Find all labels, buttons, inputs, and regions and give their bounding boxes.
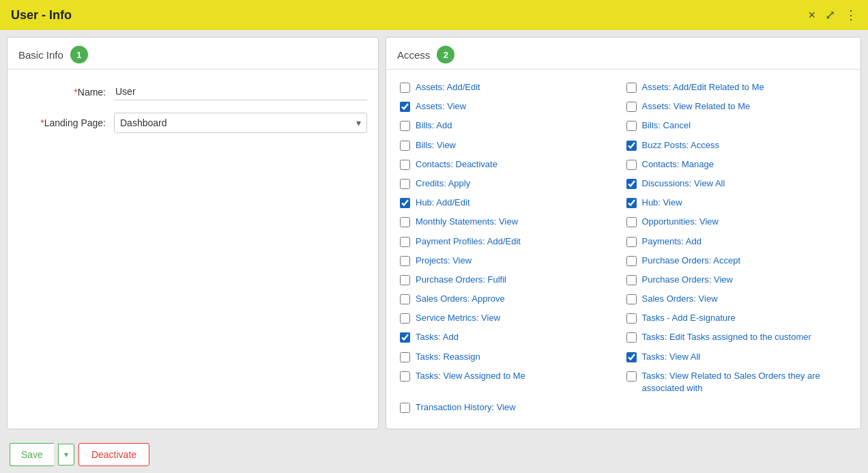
access-checkbox[interactable] bbox=[400, 83, 410, 93]
access-item-label: Hub: View bbox=[642, 197, 682, 209]
access-checkbox[interactable] bbox=[626, 313, 637, 324]
basic-info-badge: 1 bbox=[70, 46, 88, 63]
access-item: Tasks: Add bbox=[397, 328, 624, 347]
access-checkbox[interactable] bbox=[400, 102, 410, 112]
access-item: Sales Orders: Approve bbox=[397, 289, 624, 309]
access-checkbox[interactable] bbox=[626, 237, 637, 247]
access-checkbox[interactable] bbox=[400, 160, 410, 170]
access-item: Tasks: Reassign bbox=[397, 347, 624, 367]
access-checkbox[interactable] bbox=[626, 83, 637, 93]
access-checkbox[interactable] bbox=[626, 179, 637, 189]
access-item: Transaction History: View bbox=[397, 398, 624, 417]
access-item: Contacts: Deactivate bbox=[397, 155, 624, 174]
basic-info-form: *Name: User *Landing Page: Dashboard ▾ bbox=[8, 70, 378, 429]
access-checkbox[interactable] bbox=[626, 256, 637, 266]
access-item-label: Tasks: View Assigned to Me bbox=[416, 370, 525, 382]
access-item: Tasks: View All bbox=[624, 347, 850, 367]
access-checkbox[interactable] bbox=[400, 332, 410, 343]
access-checkbox[interactable] bbox=[400, 121, 410, 131]
access-item: Projects: View bbox=[397, 251, 624, 270]
access-item: Bills: Cancel bbox=[624, 116, 850, 135]
access-item-label: Purchase Orders: Fulfil bbox=[416, 274, 506, 286]
access-checkbox[interactable] bbox=[626, 141, 637, 151]
name-value[interactable]: User bbox=[114, 83, 367, 100]
access-item-label: Bills: Add bbox=[416, 119, 452, 132]
save-dropdown-button[interactable]: ▾ bbox=[58, 444, 74, 465]
access-item: Purchase Orders: Fulfil bbox=[397, 270, 624, 289]
access-item-label: Bills: Cancel bbox=[642, 119, 691, 132]
landing-page-select[interactable]: Dashboard bbox=[115, 113, 366, 132]
main-content: Basic Info 1 *Name: User *Landing Page: … bbox=[0, 30, 868, 436]
access-item: Tasks: View Assigned to Me bbox=[397, 367, 624, 398]
access-item: Assets: Add/Edit Related to Me bbox=[624, 78, 850, 97]
access-item: Bills: Add bbox=[397, 116, 624, 135]
access-checkbox[interactable] bbox=[400, 403, 410, 413]
access-item-label: Tasks: View Related to Sales Orders they… bbox=[642, 370, 848, 395]
access-checkbox[interactable] bbox=[626, 198, 637, 208]
access-item-label: Tasks - Add E-signature bbox=[642, 312, 736, 324]
right-panel: Access 2 Assets: Add/EditAssets: Add/Edi… bbox=[386, 37, 861, 429]
access-item-label: Buzz Posts: Access bbox=[642, 139, 719, 152]
access-checkbox[interactable] bbox=[626, 102, 637, 112]
access-item-label: Assets: View Related to Me bbox=[642, 100, 751, 113]
access-item-label: Payments: Add bbox=[642, 235, 701, 248]
access-checkbox[interactable] bbox=[400, 198, 410, 208]
landing-page-label: *Landing Page: bbox=[18, 117, 114, 128]
access-checkbox[interactable] bbox=[400, 217, 410, 227]
access-checkbox[interactable] bbox=[626, 121, 637, 131]
access-checkbox[interactable] bbox=[626, 275, 637, 285]
access-item: Payment Profiles: Add/Edit bbox=[397, 232, 624, 251]
access-item-label: Hub: Add/Edit bbox=[416, 197, 470, 209]
basic-info-header: Basic Info 1 bbox=[8, 38, 378, 70]
save-button[interactable]: Save bbox=[10, 443, 54, 466]
access-item: Monthly Statements: View bbox=[397, 212, 624, 231]
access-checkbox[interactable] bbox=[400, 179, 410, 189]
access-item-label: Sales Orders: Approve bbox=[416, 293, 505, 305]
access-title: Access bbox=[397, 49, 430, 61]
access-checkbox[interactable] bbox=[626, 352, 637, 362]
access-checkbox[interactable] bbox=[626, 217, 637, 227]
close-icon[interactable]: × bbox=[808, 9, 815, 21]
access-item-label: Contacts: Manage bbox=[642, 158, 714, 171]
more-icon[interactable]: ⋮ bbox=[845, 9, 857, 21]
access-item: Opportunities: View bbox=[624, 212, 850, 231]
access-checkbox[interactable] bbox=[626, 332, 637, 343]
access-item: Service Metrics: View bbox=[397, 309, 624, 328]
access-item: Assets: View bbox=[397, 97, 624, 116]
footer: Save ▾ Deactivate bbox=[0, 436, 868, 473]
access-item: Assets: Add/Edit bbox=[397, 78, 624, 97]
access-checkbox[interactable] bbox=[626, 294, 637, 304]
access-item-label: Sales Orders: View bbox=[642, 293, 718, 305]
access-item: Payments: Add bbox=[624, 232, 850, 251]
access-checkbox[interactable] bbox=[626, 371, 637, 382]
access-item: Hub: View bbox=[624, 193, 850, 212]
page-title: User - Info bbox=[11, 8, 72, 23]
access-item-label: Purchase Orders: Accept bbox=[642, 255, 741, 267]
access-item-label: Tasks: Reassign bbox=[416, 351, 480, 363]
access-item: Tasks: Edit Tasks assigned to the custom… bbox=[624, 328, 850, 347]
access-item-label: Bills: View bbox=[416, 139, 456, 152]
access-item-label: Projects: View bbox=[416, 255, 472, 267]
access-content: Assets: Add/EditAssets: Add/Edit Related… bbox=[386, 70, 860, 429]
access-checkbox[interactable] bbox=[400, 313, 410, 324]
landing-page-row: *Landing Page: Dashboard ▾ bbox=[18, 113, 367, 133]
title-bar: User - Info × ⤢ ⋮ bbox=[0, 0, 868, 30]
access-item-label: Tasks: Add bbox=[416, 331, 459, 343]
access-checkbox[interactable] bbox=[626, 160, 637, 170]
access-checkbox[interactable] bbox=[400, 294, 410, 304]
access-checkbox[interactable] bbox=[400, 275, 410, 285]
expand-icon[interactable]: ⤢ bbox=[825, 9, 835, 21]
access-checkbox[interactable] bbox=[400, 141, 410, 151]
access-item-label: Assets: View bbox=[416, 100, 466, 113]
access-checkbox[interactable] bbox=[400, 352, 410, 362]
access-item: Discussions: View All bbox=[624, 174, 850, 193]
access-item-label: Transaction History: View bbox=[416, 401, 516, 414]
access-checkbox[interactable] bbox=[400, 237, 410, 247]
deactivate-button[interactable]: Deactivate bbox=[78, 443, 149, 466]
access-badge: 2 bbox=[437, 46, 454, 63]
access-checkbox[interactable] bbox=[400, 256, 410, 266]
access-item: Assets: View Related to Me bbox=[624, 97, 850, 116]
access-item-label: Credits: Apply bbox=[416, 177, 470, 190]
name-row: *Name: User bbox=[18, 83, 367, 100]
access-checkbox[interactable] bbox=[400, 371, 410, 382]
